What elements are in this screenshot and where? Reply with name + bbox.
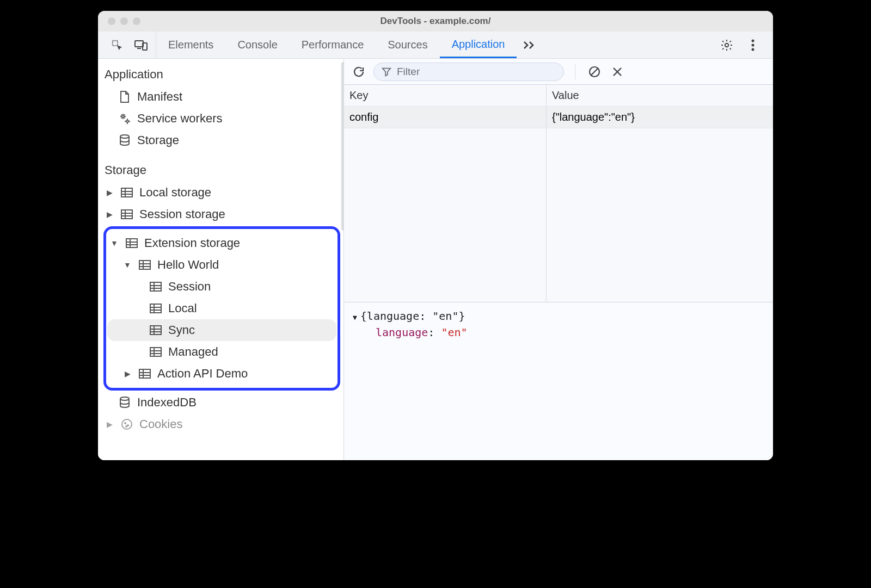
- svg-rect-15: [150, 304, 161, 313]
- highlight-annotation: ▼ Extension storage ▼ Hello World: [103, 226, 340, 391]
- filter-icon: [382, 67, 391, 77]
- tab-elements[interactable]: Elements: [156, 32, 225, 58]
- tab-performance[interactable]: Performance: [290, 32, 376, 58]
- table-icon: [138, 367, 152, 381]
- storage-toolbar: Filter: [344, 59, 773, 85]
- kebab-menu-icon[interactable]: [745, 37, 761, 53]
- chevron-down-icon: ▼: [109, 239, 119, 247]
- sidebar-item-label: Service workers: [137, 112, 222, 126]
- separator: [575, 64, 575, 79]
- tabs: Elements Console Performance Sources App…: [156, 32, 714, 58]
- tab-bar: Elements Console Performance Sources App…: [98, 32, 773, 59]
- table-icon: [120, 185, 134, 200]
- svg-point-4: [752, 39, 755, 42]
- svg-point-22: [127, 425, 128, 426]
- value-preview: ▼{language: "en"} language: "en": [344, 302, 773, 346]
- sidebar-item-label: IndexedDB: [137, 395, 197, 410]
- scrollbar[interactable]: [341, 62, 344, 231]
- sidebar-item-managed[interactable]: Managed: [107, 341, 336, 363]
- content-panel: Filter Key Value config {"language":"en"…: [344, 59, 773, 460]
- titlebar: DevTools - example.com/: [98, 11, 773, 32]
- tab-console[interactable]: Console: [225, 32, 289, 58]
- sidebar-item-extension-storage[interactable]: ▼ Extension storage: [107, 232, 336, 254]
- svg-point-21: [125, 423, 126, 424]
- devtools-window: DevTools - example.com/ Elements Console…: [98, 11, 773, 460]
- sidebar-item-label: Hello World: [157, 258, 219, 272]
- preview-entry: language: "en": [353, 324, 764, 341]
- chevron-right-icon: ▶: [105, 188, 114, 197]
- chevron-down-icon: ▼: [122, 261, 132, 269]
- sidebar-item-service-workers[interactable]: Service workers: [102, 108, 344, 129]
- cell-value: {"language":"en"}: [547, 107, 773, 128]
- tab-sources[interactable]: Sources: [376, 32, 439, 58]
- svg-point-20: [122, 419, 132, 429]
- svg-rect-16: [150, 326, 161, 335]
- main-split: Application Manifest Service workers Sto…: [98, 59, 773, 460]
- table-icon: [149, 280, 163, 294]
- cell-key: config: [344, 107, 547, 128]
- filter-input[interactable]: Filter: [373, 63, 564, 81]
- database-icon: [118, 133, 132, 147]
- table-header: Key Value: [344, 85, 773, 107]
- svg-rect-13: [139, 261, 150, 269]
- table-icon: [138, 258, 152, 272]
- sidebar-item-label: Managed: [168, 345, 218, 359]
- section-application: Application: [102, 63, 344, 86]
- sidebar-item-indexeddb[interactable]: IndexedDB: [102, 392, 344, 413]
- table-row[interactable]: config {"language":"en"}: [344, 107, 773, 128]
- sidebar-item-label: Local storage: [139, 185, 211, 200]
- sidebar-item-label: Session: [168, 280, 211, 294]
- preview-value: "en": [441, 326, 467, 339]
- chevron-right-icon: ▶: [105, 420, 114, 429]
- table-icon: [149, 301, 163, 315]
- th-key[interactable]: Key: [344, 85, 547, 106]
- refresh-icon[interactable]: [351, 64, 367, 80]
- svg-point-6: [752, 48, 755, 51]
- svg-point-9: [120, 135, 129, 138]
- delete-icon[interactable]: [609, 64, 625, 80]
- svg-rect-17: [150, 348, 161, 356]
- sidebar-item-label: Sync: [168, 323, 195, 337]
- sidebar-item-local-storage[interactable]: ▶ Local storage: [102, 182, 344, 203]
- sidebar-item-session[interactable]: Session: [107, 276, 336, 298]
- storage-table: Key Value config {"language":"en"}: [344, 85, 773, 302]
- sidebar-item-hello-world[interactable]: ▼ Hello World: [107, 254, 336, 276]
- svg-point-7: [122, 115, 124, 117]
- svg-rect-10: [121, 188, 132, 197]
- sidebar: Application Manifest Service workers Sto…: [98, 59, 344, 460]
- svg-point-23: [126, 426, 127, 427]
- more-tabs-icon[interactable]: [517, 32, 543, 58]
- table-icon: [125, 236, 139, 250]
- sidebar-item-label: Storage: [137, 133, 179, 147]
- device-toggle-icon[interactable]: [133, 37, 149, 53]
- svg-point-19: [120, 397, 129, 400]
- document-icon: [118, 90, 132, 104]
- sidebar-item-label: Extension storage: [144, 236, 240, 250]
- sidebar-item-cookies[interactable]: ▶ Cookies: [102, 413, 344, 435]
- preview-summary[interactable]: ▼{language: "en"}: [353, 308, 764, 324]
- clear-all-icon[interactable]: [586, 64, 603, 80]
- chevron-right-icon: ▶: [122, 369, 132, 378]
- chevron-down-icon: ▼: [353, 312, 357, 323]
- tabbar-left-tools: [102, 32, 156, 58]
- tab-application[interactable]: Application: [440, 32, 517, 58]
- svg-rect-18: [139, 369, 150, 378]
- table-icon: [149, 345, 163, 359]
- th-value[interactable]: Value: [547, 85, 773, 106]
- sidebar-item-label: Manifest: [137, 90, 182, 104]
- sidebar-item-storage[interactable]: Storage: [102, 129, 344, 151]
- sidebar-item-sync[interactable]: Sync: [107, 319, 336, 341]
- sidebar-item-action-api[interactable]: ▶ Action API Demo: [107, 363, 336, 385]
- table-icon: [149, 323, 163, 337]
- chevron-right-icon: ▶: [105, 210, 114, 219]
- sidebar-item-session-storage[interactable]: ▶ Session storage: [102, 203, 344, 225]
- svg-rect-1: [135, 41, 143, 47]
- inspect-icon[interactable]: [109, 37, 125, 53]
- gears-icon: [118, 112, 132, 126]
- sidebar-item-local[interactable]: Local: [107, 298, 336, 319]
- filter-placeholder: Filter: [397, 66, 420, 78]
- svg-rect-0: [113, 40, 118, 45]
- sidebar-item-manifest[interactable]: Manifest: [102, 86, 344, 108]
- svg-point-8: [126, 120, 128, 122]
- settings-icon[interactable]: [719, 37, 735, 53]
